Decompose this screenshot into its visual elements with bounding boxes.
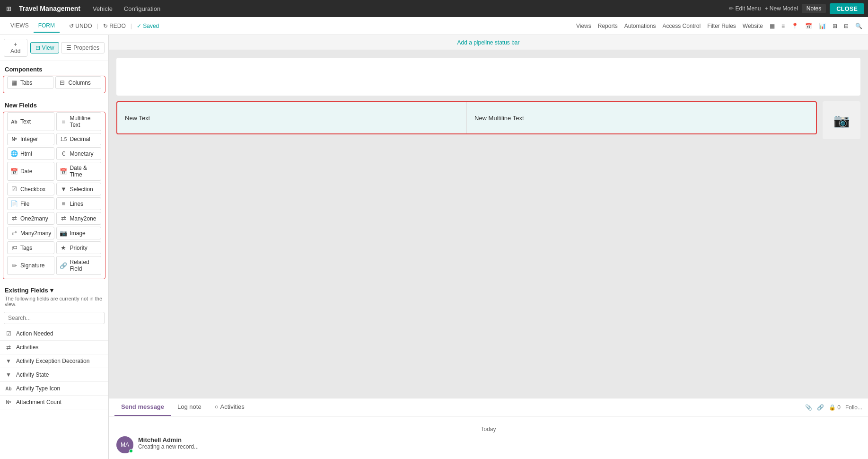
activities-tab-label: Activities <box>220 403 245 410</box>
properties-button[interactable]: ☰ Properties <box>61 42 105 53</box>
field-many2one[interactable]: ⇄ Many2one <box>56 212 101 225</box>
field-decimal[interactable]: 1.5 Decimal <box>56 133 101 145</box>
view-button[interactable]: ⊟ View <box>30 42 60 53</box>
field-checkbox[interactable]: ☑ Checkbox <box>7 183 54 195</box>
existing-field-action-needed[interactable]: ☑ Action Needed <box>0 327 108 341</box>
attachment-icon[interactable]: 📎 <box>805 404 812 411</box>
component-columns-label: Columns <box>69 79 91 86</box>
toolbar-icon-calendar[interactable]: 📅 <box>805 23 812 29</box>
pipeline-bar[interactable]: Add a pipeline status bar <box>109 35 868 50</box>
add-button[interactable]: + Add <box>4 39 27 57</box>
field-many2many[interactable]: ⇄ Many2many <box>7 227 54 239</box>
toolbar-access-control[interactable]: Access Control <box>662 23 701 29</box>
field-tags[interactable]: 🏷 Tags <box>7 241 54 254</box>
nav-vehicle[interactable]: Vehicle <box>90 5 115 12</box>
toolbar-tab-group: VIEWS FORM <box>6 19 60 33</box>
tab-form[interactable]: FORM <box>34 19 60 33</box>
field-file-label: File <box>20 201 29 207</box>
toolbar-automations[interactable]: Automations <box>624 23 656 29</box>
field-lines[interactable]: ≡ Lines <box>56 197 101 210</box>
many2one-icon: ⇄ <box>60 215 67 222</box>
components-title: Components <box>0 61 108 76</box>
follow-btn[interactable]: Follo... <box>845 404 862 411</box>
top-nav: ⊞ Travel Management Vehicle Configuratio… <box>0 0 868 17</box>
field-integer[interactable]: Nº Integer <box>7 133 54 145</box>
selection-icon: ▼ <box>60 185 67 193</box>
field-tags-label: Tags <box>20 245 32 251</box>
link-icon[interactable]: 🔗 <box>817 404 824 411</box>
toolbar-website[interactable]: Website <box>743 23 763 29</box>
new-model-button[interactable]: + New Model <box>764 5 798 12</box>
top-nav-right: ✏ Edit Menu + New Model Notes CLOSE <box>729 3 864 14</box>
field-html-label: Html <box>20 150 32 157</box>
existing-fields-title[interactable]: Existing Fields ▾ <box>0 283 108 296</box>
date-time-icon: 📅 <box>60 168 67 175</box>
field-multiline-text[interactable]: ≡ Multiline Text <box>56 112 101 131</box>
field-related-field[interactable]: 🔗 Related Field <box>56 256 101 275</box>
tab-views[interactable]: VIEWS <box>6 19 34 33</box>
nav-configuration[interactable]: Configuration <box>121 5 163 12</box>
chatter-body: Today MA Mitchell Admin Creating a new r… <box>109 416 868 459</box>
chatter-author: Mitchell Admin <box>138 436 860 443</box>
field-one2many[interactable]: ⇄ One2many <box>7 212 54 225</box>
existing-fields-subtitle: The following fields are currently not i… <box>0 296 108 310</box>
redo-button[interactable]: ↻ REDO <box>103 23 126 29</box>
toolbar-icon-search[interactable]: 🔍 <box>855 23 862 29</box>
field-text[interactable]: Ab Text <box>7 112 54 131</box>
sidebar-top: + Add ⊟ View ☰ Properties <box>0 35 108 61</box>
undo-button[interactable]: ↺ UNDO <box>69 23 92 29</box>
field-priority[interactable]: ★ Priority <box>56 241 101 254</box>
toolbar-icon-kanban[interactable]: ▦ <box>770 23 775 29</box>
toolbar-icon-pivot[interactable]: ⊞ <box>833 23 837 29</box>
send-message-label: Send message <box>121 403 164 410</box>
field-date[interactable]: 📅 Date <box>7 162 54 181</box>
notes-button[interactable]: Notes <box>802 4 826 13</box>
field-html[interactable]: 🌐 Html <box>7 147 54 160</box>
component-columns[interactable]: ⊟ Columns <box>55 76 102 89</box>
avatar-initials: MA <box>121 441 129 448</box>
field-signature[interactable]: ✏ Signature <box>7 256 54 275</box>
field-selection[interactable]: ▼ Selection <box>56 183 101 195</box>
component-tabs[interactable]: ▦ Tabs <box>7 76 53 89</box>
toolbar-icon-list[interactable]: ≡ <box>781 23 785 29</box>
form-top-card <box>116 58 860 96</box>
toolbar-icon-activity[interactable]: ⊟ <box>844 23 849 29</box>
new-multiline-cell[interactable]: New Multiline Text <box>466 102 816 133</box>
app-icon: ⊞ <box>4 4 13 13</box>
field-related-field-label: Related Field <box>70 259 98 272</box>
existing-field-attachment-count[interactable]: Nº Attachment Count <box>0 396 108 409</box>
online-status-dot <box>129 449 133 453</box>
new-text-cell[interactable]: New Text <box>117 102 466 133</box>
existing-field-activity-state[interactable]: ▼ Activity State <box>0 368 108 382</box>
field-file[interactable]: 📄 File <box>7 197 54 210</box>
existing-field-activity-exception-decoration[interactable]: ▼ Activity Exception Decoration <box>0 354 108 368</box>
field-date-time-label: Date & Time <box>70 165 98 178</box>
main-content: Add a pipeline status bar New Text New M… <box>109 35 868 459</box>
field-many2many-label: Many2many <box>20 230 51 237</box>
toolbar-icon-map[interactable]: 📍 <box>791 23 798 29</box>
edit-menu-button[interactable]: ✏ Edit Menu <box>729 5 761 12</box>
chatter-tab-log-note[interactable]: Log note <box>171 398 208 416</box>
field-lines-label: Lines <box>70 201 83 207</box>
toolbar-icon-chart[interactable]: 📊 <box>819 23 826 29</box>
new-fields-container: New Text New Multiline Text <box>116 101 817 134</box>
close-button[interactable]: CLOSE <box>830 3 864 14</box>
field-date-time[interactable]: 📅 Date & Time <box>56 162 101 181</box>
decimal-icon: 1.5 <box>60 137 67 142</box>
activity-type-icon-label: Activity Type Icon <box>16 385 60 392</box>
toolbar-filter-rules[interactable]: Filter Rules <box>707 23 736 29</box>
field-checkbox-label: Checkbox <box>20 186 45 193</box>
chatter-tab-send-message[interactable]: Send message <box>114 398 171 416</box>
toolbar-reports[interactable]: Reports <box>598 23 618 29</box>
field-image[interactable]: 📷 Image <box>56 227 101 239</box>
existing-fields-search[interactable] <box>4 312 105 324</box>
view-icon: ⊟ <box>35 44 40 51</box>
chatter-tab-activities[interactable]: ○ Activities <box>208 398 251 416</box>
chatter-date-separator: Today <box>116 426 860 433</box>
toolbar-views[interactable]: Views <box>576 23 591 29</box>
field-monetary[interactable]: € Monetary <box>56 147 101 160</box>
existing-field-activity-type-icon[interactable]: Ab Activity Type Icon <box>0 382 108 396</box>
lock-count[interactable]: 🔒 0 <box>829 404 841 411</box>
photo-placeholder[interactable]: 📷 <box>823 101 860 139</box>
existing-field-activities[interactable]: ⇄ Activities <box>0 341 108 354</box>
